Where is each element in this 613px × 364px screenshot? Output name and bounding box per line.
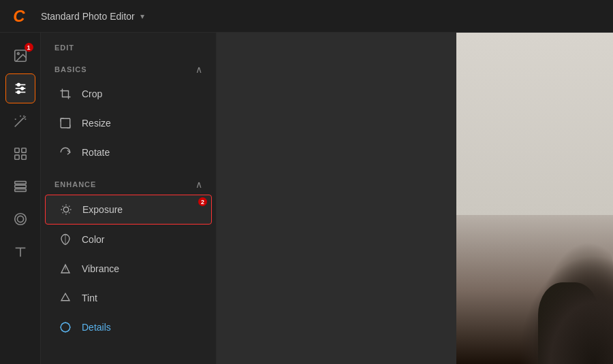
menu-item-tint[interactable]: Tint xyxy=(45,284,212,312)
exposure-icon xyxy=(59,203,73,216)
vibrance-label: Vibrance xyxy=(82,263,119,274)
basics-chevron-icon: ∧ xyxy=(195,64,202,75)
svg-line-44 xyxy=(68,324,69,325)
topbar: C Standard Photo Editor ▾ xyxy=(0,0,613,33)
svg-line-45 xyxy=(62,330,63,331)
color-icon xyxy=(59,233,72,246)
svg-point-7 xyxy=(17,91,20,94)
crop-icon xyxy=(59,87,72,101)
icon-btn-layers[interactable] xyxy=(5,171,35,201)
menu-item-exposure[interactable]: Exposure 2 xyxy=(45,195,212,225)
canvas-area xyxy=(217,33,613,364)
svg-line-31 xyxy=(69,212,69,213)
svg-line-32 xyxy=(69,206,69,207)
svg-rect-18 xyxy=(14,185,26,188)
svg-line-8 xyxy=(14,118,23,127)
svg-rect-24 xyxy=(61,118,70,128)
icon-btn-image[interactable]: 1 xyxy=(5,41,35,71)
icon-btn-adjustments[interactable] xyxy=(5,73,35,103)
svg-line-42 xyxy=(62,324,63,325)
frame-icon xyxy=(13,212,28,227)
badge-2: 2 xyxy=(198,197,207,206)
basics-section-header[interactable]: BASICS ∧ xyxy=(41,57,216,79)
main-area: 1 xyxy=(0,33,613,364)
app-title: Standard Photo Editor xyxy=(41,11,135,22)
menu-item-vibrance[interactable]: Vibrance xyxy=(45,254,212,283)
layers-icon xyxy=(13,179,28,194)
svg-point-25 xyxy=(63,207,69,212)
grid-icon xyxy=(13,146,28,161)
svg-point-21 xyxy=(17,216,23,222)
svg-rect-13 xyxy=(14,148,18,152)
edit-section-label: EDIT xyxy=(41,33,216,57)
rotate-label: Rotate xyxy=(82,147,110,158)
photo-preview xyxy=(456,33,613,364)
crop-label: Crop xyxy=(82,88,102,99)
svg-line-30 xyxy=(63,206,63,207)
svg-point-20 xyxy=(14,214,26,225)
basics-title: BASICS xyxy=(54,65,87,73)
icon-btn-frame[interactable] xyxy=(5,204,35,234)
text-icon xyxy=(13,244,28,259)
svg-line-33 xyxy=(63,212,63,213)
menu-item-details[interactable]: Details xyxy=(45,313,212,342)
exposure-label: Exposure xyxy=(82,204,123,215)
svg-rect-15 xyxy=(14,155,18,159)
menu-item-crop[interactable]: Crop xyxy=(45,80,212,108)
svg-rect-17 xyxy=(14,182,26,184)
vibrance-icon xyxy=(59,262,72,276)
badge-1: 1 xyxy=(25,43,33,52)
resize-icon xyxy=(59,116,72,130)
svg-point-5 xyxy=(17,84,20,86)
icon-btn-text[interactable] xyxy=(5,237,35,267)
svg-line-43 xyxy=(68,330,69,331)
menu-item-resize[interactable]: Resize xyxy=(45,109,212,137)
app-logo[interactable]: C xyxy=(8,5,30,27)
menu-item-rotate[interactable]: Rotate xyxy=(45,138,212,167)
icon-btn-grid[interactable] xyxy=(5,139,35,169)
details-label: Details xyxy=(82,322,111,333)
logo-icon: C xyxy=(13,7,25,26)
rotate-icon xyxy=(59,146,72,159)
enhance-section-header[interactable]: ENHANCE ∧ xyxy=(41,172,216,194)
enhance-chevron-icon: ∧ xyxy=(195,179,202,190)
menu-item-color[interactable]: Color xyxy=(45,225,212,254)
app-title-container[interactable]: Standard Photo Editor ▾ xyxy=(41,11,144,22)
color-label: Color xyxy=(82,234,104,245)
svg-point-1 xyxy=(17,52,19,54)
svg-point-6 xyxy=(20,87,23,90)
resize-label: Resize xyxy=(82,118,111,129)
magic-icon xyxy=(13,114,28,129)
sidebar-panel: EDIT BASICS ∧ Crop xyxy=(41,33,217,364)
svg-line-10 xyxy=(23,116,24,117)
title-chevron-icon: ▾ xyxy=(140,12,144,21)
icon-btn-magic[interactable] xyxy=(5,106,35,136)
svg-marker-36 xyxy=(61,293,69,301)
tint-icon xyxy=(59,291,72,305)
tint-label: Tint xyxy=(82,293,97,303)
details-icon xyxy=(59,320,72,334)
svg-rect-19 xyxy=(14,189,26,192)
svg-rect-16 xyxy=(21,155,25,159)
enhance-title: ENHANCE xyxy=(54,180,96,188)
icon-bar: 1 xyxy=(0,33,41,364)
adjustments-icon xyxy=(13,81,28,96)
svg-rect-14 xyxy=(21,148,25,152)
